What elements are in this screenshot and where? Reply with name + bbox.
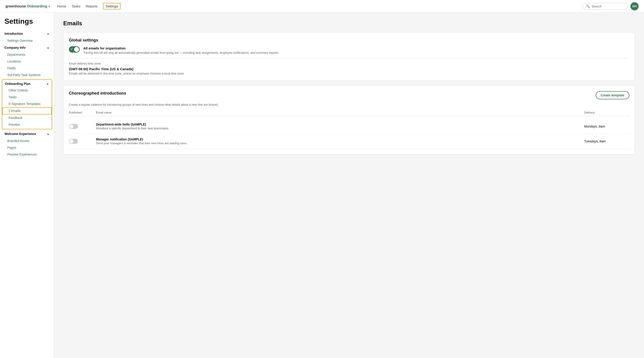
row2-toggle-cell (69, 139, 96, 144)
col-published: Published (69, 111, 96, 114)
row2-published-toggle[interactable] (69, 139, 78, 144)
sidebar-item-tasks[interactable]: Tasks (2, 94, 52, 100)
onboarding-plan-chevron-icon: ▲ (46, 82, 49, 85)
sidebar-item-settings-overview[interactable]: Settings Overview (0, 37, 54, 44)
row2-delivery: Tuesdays, 8am (584, 139, 629, 143)
choreographed-title: Choreographed introductions (69, 91, 126, 96)
row1-desc: Introduce a specific department to their… (96, 127, 584, 130)
tz-label: Email delivery time zone (69, 62, 629, 65)
brand-greenhouse-text: greenhouse (6, 4, 26, 8)
row1-toggle-thumb (69, 124, 74, 128)
emails-title: Emails (63, 20, 635, 27)
choreographed-desc: Create a regular cadence for introducing… (69, 103, 629, 106)
all-emails-label: All emails for organization (83, 46, 279, 50)
main-content: Emails Global settings ✓ All emails for … (54, 13, 644, 358)
row1-delivery: Mondays, 8am (584, 125, 629, 128)
row2-name-cell: Manager notification (SAMPLE) Send your … (96, 137, 584, 145)
create-template-button[interactable]: Create template (596, 91, 629, 99)
sidebar-item-preview[interactable]: Preview (2, 121, 52, 128)
row1-toggle-cell (69, 124, 96, 129)
sidebar-item-branded-assets[interactable]: Branded Assets (0, 137, 54, 144)
search-input[interactable] (592, 4, 624, 8)
sidebar-section-introduction-label: Introduction (4, 32, 23, 35)
sidebar-item-pages[interactable]: Pages (0, 144, 54, 151)
table-row: Department-wide hello (SAMPLE) Introduce… (69, 119, 629, 134)
welcome-experience-chevron-icon: ▲ (47, 132, 50, 135)
search-icon: 🔍 (586, 4, 590, 8)
nav-links: Home Tasks Reports Settings (57, 3, 575, 9)
choreographed-card: Choreographed introductions Create templ… (63, 85, 635, 154)
table-header: Published Email name Delivery (69, 111, 629, 116)
main-layout: Settings Introduction ▲ Settings Overvie… (0, 13, 644, 358)
sidebar-section-company-info-label: Company Info (4, 46, 26, 49)
nav-settings[interactable]: Settings (103, 3, 120, 9)
sidebar-section-welcome-experience[interactable]: Welcome Experience ▲ (0, 130, 54, 137)
nav-tasks[interactable]: Tasks (72, 3, 80, 9)
col-delivery: Delivery (584, 111, 629, 114)
company-info-chevron-icon: ▲ (47, 46, 50, 49)
introduction-chevron-icon: ▲ (47, 32, 50, 35)
table-row: Manager notification (SAMPLE) Send your … (69, 134, 629, 149)
row2-toggle-thumb (69, 139, 74, 143)
nav-home[interactable]: Home (57, 3, 66, 9)
toggle-thumb (74, 47, 79, 52)
nav-right: 🔍 GH (582, 2, 638, 10)
sidebar-item-preview-experiences[interactable]: Preview Experiences (0, 151, 54, 158)
row2-desc: Send your managers a reminder that their… (96, 142, 584, 145)
sidebar-item-departments[interactable]: Departments (0, 51, 54, 58)
tz-value: (GMT-08:00) Pacific Time (US & Canada) (69, 67, 629, 71)
sidebar-item-fields[interactable]: Fields (0, 65, 54, 71)
brand-chevron-icon: ▾ (48, 5, 50, 8)
search-box[interactable]: 🔍 (582, 3, 628, 10)
sidebar-section-welcome-experience-label: Welcome Experience (4, 132, 36, 136)
sidebar-section-onboarding-plan-box: Onboarding Plan ▲ Other Criteria Tasks E… (2, 79, 52, 129)
all-emails-toggle-row: ✓ All emails for organization Turning th… (69, 46, 629, 54)
sidebar-item-other-criteria[interactable]: Other Criteria (2, 87, 52, 94)
sidebar-item-locations[interactable]: Locations (0, 58, 54, 65)
sidebar-section-company-info[interactable]: Company Info ▲ (0, 44, 54, 51)
global-settings-card: Global settings ✓ All emails for organiz… (63, 32, 635, 81)
choreographed-header-row: Choreographed introductions Create templ… (69, 91, 629, 99)
brand-onboarding-text: Onboarding (27, 4, 48, 8)
sidebar-item-feedback[interactable]: Feedback (2, 114, 52, 121)
all-emails-label-group: All emails for organization Turning this… (83, 46, 279, 54)
sidebar-item-3rd-party-task-systems[interactable]: 3rd-Party Task Systems (0, 71, 54, 78)
sidebar-section-introduction[interactable]: Introduction ▲ (0, 30, 54, 37)
avatar[interactable]: GH (630, 2, 638, 10)
brand-logo[interactable]: greenhouse Onboarding ▾ (6, 4, 50, 8)
row1-name-cell: Department-wide hello (SAMPLE) Introduce… (96, 123, 584, 130)
col-email-name: Email name (96, 111, 584, 114)
sidebar-section-onboarding-plan-label: Onboarding Plan (5, 82, 30, 85)
page-title: Settings (0, 17, 54, 30)
global-settings-title: Global settings (69, 38, 629, 43)
all-emails-toggle[interactable]: ✓ (69, 46, 80, 53)
row1-name: Department-wide hello (SAMPLE) (96, 123, 584, 126)
sidebar-item-e-signature-templates[interactable]: E-Signature Templates (2, 100, 52, 107)
sidebar-item-emails[interactable]: Emails (2, 107, 52, 114)
toggle-check-icon: ✓ (70, 48, 73, 51)
tz-note: Emails will be delivered in this time zo… (69, 72, 629, 75)
nav-reports[interactable]: Reports (86, 3, 98, 9)
top-navigation: greenhouse Onboarding ▾ Home Tasks Repor… (0, 0, 644, 13)
row2-name: Manager notification (SAMPLE) (96, 137, 584, 141)
row1-published-toggle[interactable] (69, 124, 78, 129)
sidebar: Settings Introduction ▲ Settings Overvie… (0, 13, 54, 358)
sidebar-section-onboarding-plan[interactable]: Onboarding Plan ▲ (2, 81, 52, 87)
all-emails-desc: Turning this off will stop all automatic… (83, 51, 279, 54)
